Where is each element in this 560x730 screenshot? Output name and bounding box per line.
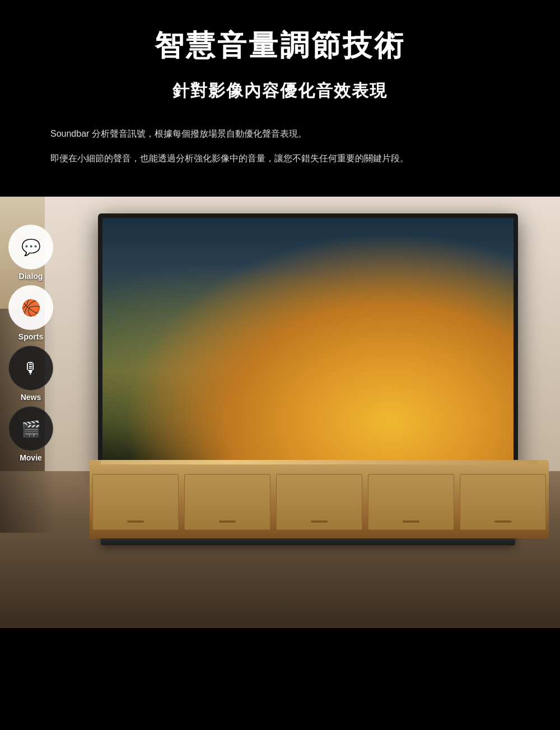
icon-item-sports[interactable]: 🏀Sports <box>8 285 53 341</box>
icon-item-news[interactable]: 🎙News <box>8 346 53 402</box>
description-block: Soundbar 分析聲音訊號，根據每個撥放場景自動優化聲音表現。 即便在小細節… <box>39 125 521 168</box>
tv-content <box>102 218 514 472</box>
news-icon-circle: 🎙 <box>8 346 53 390</box>
sports-icon-circle: 🏀 <box>8 285 53 330</box>
movie-icon-label: Movie <box>20 453 42 462</box>
drawer-center-left <box>184 474 270 530</box>
sports-icon-label: Sports <box>18 332 43 341</box>
drawer-center-right-handle <box>403 520 419 523</box>
drawer-right <box>460 474 546 530</box>
top-section: 智慧音量調節技術 針對影像內容優化音效表現 Soundbar 分析聲音訊號，根據… <box>0 0 560 197</box>
icon-item-movie[interactable]: 🎬Movie <box>8 406 53 462</box>
room-scene: 💬Dialog🏀Sports🎙News🎬Movie <box>0 197 560 628</box>
sub-title: 針對影像內容優化音效表現 <box>22 80 538 103</box>
desc-line-1: Soundbar 分析聲音訊號，根據每個撥放場景自動優化聲音表現。 <box>50 125 510 143</box>
drawer-center <box>276 474 362 530</box>
main-title: 智慧音量調節技術 <box>22 28 538 63</box>
dialog-icon-circle: 💬 <box>8 225 53 269</box>
movie-icon-circle: 🎬 <box>8 406 53 451</box>
drawer-center-left-handle <box>219 520 236 523</box>
drawer-center-handle <box>311 520 328 523</box>
tv-screen <box>102 218 514 472</box>
tv-stand-drawers <box>90 466 549 538</box>
icons-panel: 💬Dialog🏀Sports🎙News🎬Movie <box>8 225 53 462</box>
desc-line-2: 即便在小細節的聲音，也能透過分析強化影像中的音量，讓您不錯失任何重要的關鍵片段。 <box>50 150 510 168</box>
tv-frame <box>98 213 518 477</box>
dialog-icon-label: Dialog <box>19 272 43 281</box>
drawer-left-handle <box>127 520 144 523</box>
drawer-center-right <box>368 474 454 530</box>
drawer-right-handle <box>494 520 511 523</box>
drawer-left <box>92 474 179 530</box>
icon-item-dialog[interactable]: 💬Dialog <box>8 225 53 281</box>
news-icon-label: News <box>21 393 41 402</box>
